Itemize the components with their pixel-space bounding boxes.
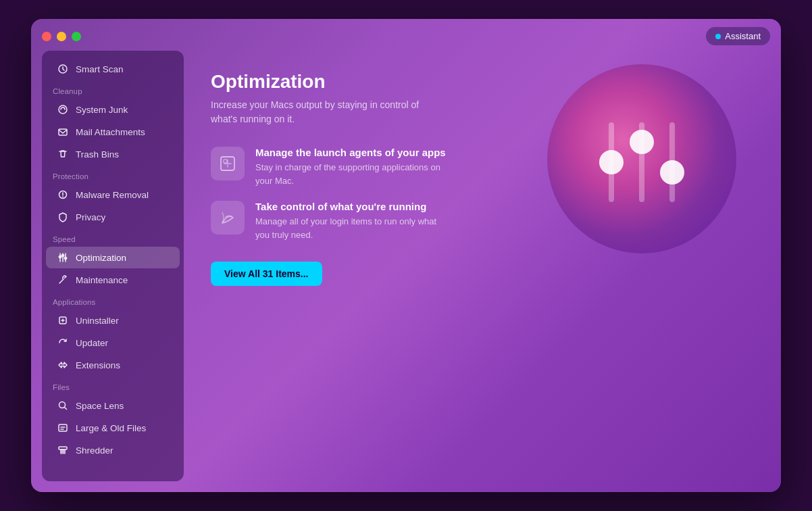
- extensions-icon: [57, 359, 69, 371]
- assistant-label: Assistant: [725, 31, 761, 41]
- sidebar-item-label: Trash Bins: [76, 149, 119, 160]
- content-area: Optimization Increase your Macs output b…: [184, 51, 770, 481]
- assistant-dot-icon: [715, 34, 721, 39]
- close-button[interactable]: [42, 32, 51, 41]
- svg-point-8: [61, 254, 64, 257]
- sidebar-section-applications: Applications: [42, 291, 184, 309]
- sliders-icon: [581, 98, 703, 220]
- launch-agents-icon: [218, 154, 237, 173]
- sidebar-item-mail-attachments[interactable]: Mail Attachments: [46, 121, 180, 143]
- sidebar-item-label: Mail Attachments: [76, 127, 145, 137]
- uninstaller-icon: [57, 314, 69, 326]
- sidebar-item-label: Uninstaller: [76, 316, 119, 326]
- sidebar-item-space-lens[interactable]: Space Lens: [46, 395, 180, 416]
- smart-scan-icon: [57, 63, 69, 75]
- sidebar-item-shredder[interactable]: Shredder: [46, 439, 180, 461]
- sidebar-item-label: Maintenance: [76, 275, 128, 285]
- sidebar-section-cleanup: Cleanup: [42, 80, 184, 98]
- sidebar-section-files: Files: [42, 376, 184, 394]
- trash-icon: [57, 148, 69, 160]
- login-items-text: Take control of what you're running Mana…: [255, 201, 451, 241]
- svg-point-9: [64, 257, 67, 260]
- app-window: Assistant Smart Scan Cleanup: [31, 19, 781, 492]
- sidebar-item-optimization[interactable]: Optimization: [46, 247, 180, 268]
- sidebar-item-uninstaller[interactable]: Uninstaller: [46, 310, 180, 331]
- sidebar-item-privacy[interactable]: Privacy: [46, 206, 180, 228]
- sidebar-item-label: System Junk: [76, 105, 128, 115]
- launch-agents-text: Manage the launch agents of your apps St…: [255, 147, 451, 187]
- mail-icon: [57, 126, 69, 138]
- titlebar: Assistant: [31, 19, 781, 51]
- feature-title: Take control of what you're running: [255, 201, 451, 212]
- maximize-button[interactable]: [72, 32, 81, 41]
- sidebar-item-label: Updater: [76, 338, 108, 348]
- sidebar-item-label: Smart Scan: [76, 64, 124, 74]
- sidebar-item-label: Large & Old Files: [76, 423, 146, 433]
- files-icon: [57, 422, 69, 434]
- sidebar-item-system-junk[interactable]: System Junk: [46, 99, 180, 120]
- maintenance-icon: [57, 274, 69, 286]
- sidebar-item-trash-bins[interactable]: Trash Bins: [46, 143, 180, 165]
- svg-point-21: [660, 160, 684, 185]
- illustration-area: [547, 64, 750, 267]
- optimization-icon: [57, 251, 69, 264]
- svg-rect-12: [59, 424, 67, 431]
- sidebar-item-maintenance[interactable]: Maintenance: [46, 269, 180, 291]
- main-content: Smart Scan Cleanup System Junk: [31, 51, 781, 492]
- sidebar-item-extensions[interactable]: Extensions: [46, 354, 180, 376]
- view-all-button[interactable]: View All 31 Items...: [211, 262, 322, 286]
- page-subtitle: Increase your Macs output by staying in …: [211, 98, 427, 126]
- feature-title: Manage the launch agents of your apps: [255, 147, 451, 158]
- sidebar-item-updater[interactable]: Updater: [46, 332, 180, 354]
- sidebar-item-label: Extensions: [76, 360, 120, 370]
- privacy-icon: [57, 211, 69, 223]
- login-items-icon-box: [211, 201, 245, 235]
- space-lens-icon: [57, 399, 69, 412]
- shredder-icon: [57, 444, 69, 456]
- sidebar-item-smart-scan[interactable]: Smart Scan: [46, 58, 180, 80]
- launch-agents-icon-box: [211, 147, 245, 180]
- svg-rect-2: [59, 129, 67, 135]
- sidebar-item-malware-removal[interactable]: Malware Removal: [46, 184, 180, 205]
- svg-rect-13: [59, 447, 67, 449]
- sidebar-item-label: Space Lens: [76, 401, 124, 411]
- sidebar-section-speed: Speed: [42, 228, 184, 246]
- circle-illustration: [547, 64, 736, 253]
- svg-point-1: [59, 105, 67, 114]
- system-junk-icon: [57, 103, 69, 116]
- sidebar-item-label: Malware Removal: [76, 190, 149, 200]
- traffic-lights: [42, 32, 81, 41]
- malware-icon: [57, 189, 69, 201]
- sidebar-item-label: Privacy: [76, 212, 105, 222]
- sidebar-item-label: Shredder: [76, 445, 113, 456]
- sidebar: Smart Scan Cleanup System Junk: [42, 51, 184, 481]
- feature-description: Manage all of your login items to run on…: [255, 215, 451, 241]
- svg-point-19: [599, 150, 624, 174]
- sidebar-item-large-old-files[interactable]: Large & Old Files: [46, 417, 180, 439]
- svg-point-20: [630, 130, 654, 154]
- updater-icon: [57, 337, 69, 349]
- feature-description: Stay in charge of the supporting applica…: [255, 161, 451, 187]
- login-items-icon: [218, 208, 237, 227]
- assistant-button[interactable]: Assistant: [706, 27, 770, 45]
- svg-point-7: [59, 256, 61, 258]
- sidebar-section-protection: Protection: [42, 166, 184, 183]
- sidebar-item-label: Optimization: [76, 253, 126, 263]
- minimize-button[interactable]: [57, 32, 66, 41]
- svg-rect-15: [224, 160, 227, 163]
